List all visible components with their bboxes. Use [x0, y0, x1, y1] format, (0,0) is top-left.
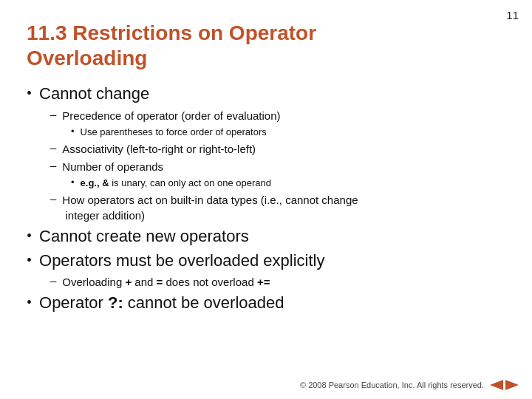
sub-text-associativity: Associativity (left-to-right or right-to…: [62, 141, 256, 157]
bullet-label-cannot-change: Cannot change: [39, 83, 149, 105]
sub-text-how: How operators act on built-in data types…: [62, 192, 358, 223]
sub-text-operands: Number of operands: [62, 159, 163, 174]
bullet-label-must-overload: Operators must be overloaded explicitly: [39, 250, 324, 272]
sub-text-precedence: Precedence of operator (order of evaluat…: [62, 108, 280, 123]
title-line1: 11.3 Restrictions on Operator: [27, 21, 316, 44]
title-line2: Overloading: [27, 47, 147, 69]
sub-sub-list-precedence: • Use parentheses to force order of oper…: [71, 126, 505, 139]
bullet-cannot-create: • Cannot create new operators: [27, 226, 505, 248]
sub-sub-text-eg: e.g., & is unary, can only act on one op…: [81, 177, 271, 190]
dash-operands: –: [50, 159, 56, 171]
bullet-cannot-change: • Cannot change: [27, 83, 505, 105]
bullet-dot-1: •: [27, 83, 32, 103]
sub-list-cannot-change: – Precedence of operator (order of evalu…: [50, 108, 505, 223]
sub-sub-eg-unary: • e.g., & is unary, can only act on one …: [71, 177, 505, 190]
footer-nav[interactable]: [490, 380, 519, 390]
sub-sub-parentheses: • Use parentheses to force order of oper…: [71, 126, 505, 139]
bullet-dot-4: •: [27, 293, 32, 312]
bullet-small-eg: •: [71, 177, 75, 188]
sub-item-how-operators: – How operators act on built-in data typ…: [50, 192, 505, 223]
sub-item-operands: – Number of operands: [50, 159, 505, 174]
slide: 11 11.3 Restrictions on Operator Overloa…: [0, 0, 532, 399]
dash-precedence: –: [50, 108, 56, 120]
eq-bold: =: [157, 276, 163, 288]
bullet-small-parentheses: •: [71, 126, 75, 137]
pluseq-bold: +=: [257, 276, 270, 288]
dash-overloading: –: [50, 274, 56, 287]
bullet-label-cannot-create: Cannot create new operators: [39, 226, 249, 248]
sub-item-precedence: – Precedence of operator (order of evalu…: [50, 108, 505, 123]
sub-item-overloading-plus: – Overloading + and = does not overload …: [50, 274, 505, 290]
content-area: • Cannot change – Precedence of operator…: [27, 83, 505, 314]
sub-text-overloading: Overloading + and = does not overload +=: [62, 274, 270, 290]
bullet-dot-3: •: [27, 250, 32, 270]
bullet-ternary: • Operator ?: cannot be overloaded: [27, 293, 505, 314]
sub-list-overload: – Overloading + and = does not overload …: [50, 274, 505, 290]
copyright-text: © 2008 Pearson Education, Inc. All right…: [300, 381, 484, 389]
sub-sub-text-parentheses: Use parentheses to force order of operat…: [81, 126, 267, 139]
sub-item-associativity: – Associativity (left-to-right or right-…: [50, 141, 505, 157]
eg-bold: e.g., &: [81, 177, 109, 188]
slide-title: 11.3 Restrictions on Operator Overloadin…: [27, 21, 505, 70]
dash-associativity: –: [50, 141, 56, 154]
footer: © 2008 Pearson Education, Inc. All right…: [300, 380, 519, 390]
plus-bold: +: [125, 276, 132, 288]
bullet-dot-2: •: [27, 226, 32, 245]
page-number: 11: [506, 9, 519, 21]
dash-how: –: [50, 192, 56, 205]
prev-button[interactable]: [490, 380, 503, 390]
bullet-must-overload: • Operators must be overloaded explicitl…: [27, 250, 505, 272]
ternary-op-bold: ?:: [108, 293, 123, 312]
next-button[interactable]: [505, 380, 519, 390]
bullet-label-ternary: Operator ?: cannot be overloaded: [39, 293, 284, 314]
sub-sub-list-operands: • e.g., & is unary, can only act on one …: [71, 177, 505, 190]
